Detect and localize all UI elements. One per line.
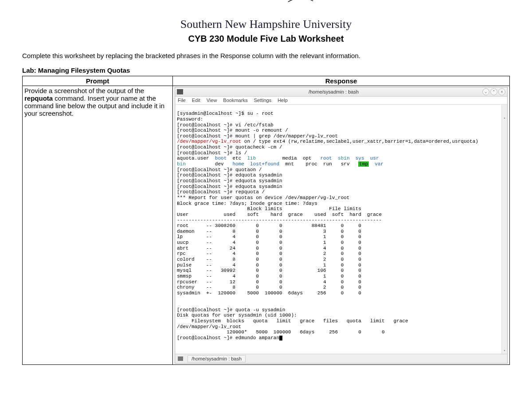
document-title: CYB 230 Module Five Lab Worksheet — [22, 34, 510, 44]
ls-lib: lib — [247, 156, 256, 161]
window-title: /home/sysadmin : bash — [186, 89, 481, 95]
ls-sys: sys — [356, 156, 364, 161]
quota-row: mysql -- 30992 0 0 106 0 0 — [177, 268, 361, 273]
term-line: [root@localhost ~]# edquota sysadmin — [177, 184, 282, 189]
term-line: /dev/mapper/vg-lv_root — [177, 324, 241, 329]
term-line: [root@localhost ~]# quotaon / — [177, 167, 262, 172]
taskbar-terminal-icon[interactable] — [178, 356, 183, 361]
quota-row: rpcuser -- 12 0 0 4 0 0 — [177, 279, 361, 285]
col-response-header: Response — [173, 76, 510, 86]
quota-row: smmsp -- 4 0 0 1 0 0 — [177, 274, 361, 279]
menu-view[interactable]: View — [207, 98, 217, 103]
quota-row: uucp -- 4 0 0 1 0 0 — [177, 240, 361, 245]
menu-file[interactable]: File — [178, 98, 186, 103]
ls-root: root — [321, 156, 332, 161]
ls-media-opt: media opt — [256, 156, 320, 161]
university-name: Southern New Hampshire University — [180, 18, 352, 31]
ls-tmp-highlight: tmp — [358, 161, 369, 167]
term-line: *** Report for user quotas on device /de… — [177, 195, 349, 200]
term-line: Disk quotas for user sysadmin (uid 1000)… — [177, 313, 297, 318]
swoosh-icon — [287, 0, 314, 3]
menu-bar: File Edit View Bookmarks Settings Help — [175, 97, 507, 105]
quota-row: chrony -- 8 0 0 2 0 0 — [177, 285, 361, 290]
term-line: User used soft hard grace used soft hard… — [177, 212, 382, 217]
mount-device-red: /dev/mapper/vg-lv_root — [177, 139, 241, 144]
maximize-button[interactable]: ⌃ — [490, 88, 497, 95]
close-button[interactable]: × — [498, 88, 505, 95]
window-titlebar[interactable]: /home/sysadmin : bash ⌄ ⌃ × — [175, 87, 507, 97]
col-prompt-header: Prompt — [23, 76, 173, 86]
menu-help[interactable]: Help — [278, 98, 288, 103]
instructions-text: Complete this worksheet by replacing the… — [22, 52, 510, 59]
term-line: [root@localhost ~]# mount -o remount / — [177, 128, 288, 133]
prompt-cell: Provide a screenshot of the output of th… — [23, 86, 173, 365]
ls-mnt-proc-run-srv: mnt proc run srv — [279, 161, 358, 167]
taskbar: /home/sysadmin : bash — [175, 354, 507, 364]
worksheet-table: Prompt Response Provide a screenshot of … — [22, 76, 510, 365]
terminal-body[interactable]: [sysadmin@localhost ~]$ su - root Passwo… — [175, 105, 507, 354]
prompt-pre: Provide a screenshot of the output of th… — [24, 87, 144, 94]
term-line: [root@localhost ~]# repquota / — [177, 189, 265, 195]
term-line: Filesystem blocks quota limit grace file… — [177, 318, 408, 324]
ls-usr: usr — [364, 156, 379, 161]
ls-etc: etc — [227, 156, 247, 161]
term-line: on / type ext4 (rw,relatime,seclabel,use… — [241, 139, 478, 144]
quota-row: daemon -- 8 0 0 3 0 0 — [177, 229, 361, 234]
taskbar-item[interactable]: /home/sysadmin : bash — [188, 355, 246, 363]
ls-bin: bin — [177, 161, 186, 167]
university-logo: Southern New Hampshire University — [22, 18, 510, 31]
term-line: ----------------------------------------… — [177, 217, 382, 223]
terminal-icon — [177, 89, 183, 94]
minimize-button[interactable]: ⌄ — [482, 88, 489, 95]
ls-dev: dev — [186, 161, 233, 167]
term-line: [root@localhost ~]# mount | grep /dev/ma… — [177, 133, 338, 139]
term-line: 120000* 5000 100000 6days 256 0 0 — [177, 329, 385, 335]
cursor-icon — [279, 336, 282, 341]
term-line: [root@localhost ~]# edmundo amparan — [177, 335, 279, 341]
quota-row: lp -- 4 0 0 1 0 0 — [177, 234, 361, 239]
scroll-down-icon[interactable]: ▾ — [502, 348, 507, 354]
term-line: [sysadmin@localhost ~]$ su - root — [177, 111, 274, 116]
term-line: [root@localhost ~]# ls / — [177, 150, 247, 156]
quota-row: root -- 3008260 0 0 88481 0 0 — [177, 223, 361, 228]
term-line: [root@localhost ~]# quota -u sysadmin — [177, 307, 285, 313]
response-cell: /home/sysadmin : bash ⌄ ⌃ × File Edit Vi… — [173, 86, 510, 365]
scroll-up-icon[interactable]: ▴ — [502, 116, 507, 121]
ls-aquota: aquota.user — [177, 156, 215, 161]
ls-home: home — [232, 161, 244, 167]
prompt-bold: repquota — [24, 94, 53, 102]
quota-row: pulse -- 4 0 0 1 0 0 — [177, 262, 361, 268]
quota-row: abrt -- 24 0 0 4 0 0 — [177, 246, 361, 251]
term-line: Block grace time: 7days; Inode grace tim… — [177, 201, 317, 206]
term-line: [root@localhost ~]# edquota sysadmin — [177, 172, 282, 178]
terminal-scrollbar[interactable]: ▴ ▾ — [501, 105, 507, 354]
ls-lost: lost+found — [244, 161, 279, 167]
quota-row: rpc -- 4 0 0 2 0 0 — [177, 251, 361, 256]
term-line: [root@localhost ~]# vi /etc/fstab — [177, 122, 274, 128]
lab-title: Lab: Managing Filesystem Quotas — [22, 67, 510, 74]
menu-settings[interactable]: Settings — [254, 98, 271, 103]
menu-edit[interactable]: Edit — [192, 98, 200, 103]
terminal-window: /home/sysadmin : bash ⌄ ⌃ × File Edit Vi… — [175, 87, 508, 364]
quota-row: colord -- 8 0 0 2 0 0 — [177, 257, 361, 262]
quota-row: sysadmin +- 120000 5000 100000 6days 256… — [177, 290, 361, 296]
term-line: Password: — [177, 117, 203, 122]
ls-sbin: sbin — [332, 156, 356, 161]
term-line: [root@localhost ~]# quotacheck -cm / — [177, 145, 282, 150]
ls-var: var — [369, 161, 383, 167]
ls-boot: boot — [215, 156, 227, 161]
term-line: [root@localhost ~]# edquota sysadmin — [177, 178, 282, 184]
menu-bookmarks[interactable]: Bookmarks — [223, 98, 247, 103]
term-line: Block limits File limits — [177, 206, 361, 211]
